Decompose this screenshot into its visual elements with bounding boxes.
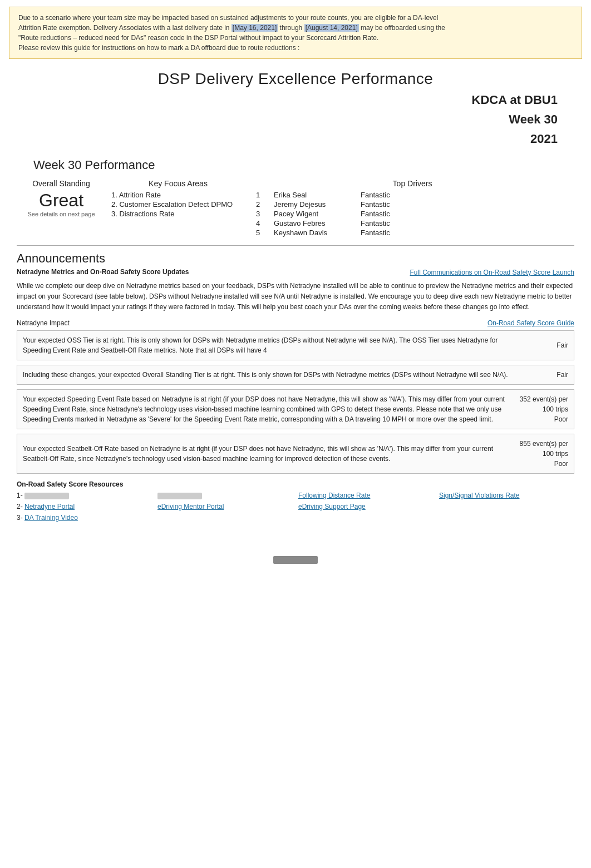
overall-standing-detail: See details on next page xyxy=(22,211,100,217)
netradyne-box-left: Your expected OSS Tier is at right. This… xyxy=(23,335,524,355)
week-performance-section: Week 30 Performance Overall Standing Gre… xyxy=(17,158,574,240)
driver-row: 2Jeremy DejesusFantastic xyxy=(256,200,569,209)
announcements-section: Announcements Netradyne Metrics and On-R… xyxy=(0,251,591,313)
driver-status: Fantastic xyxy=(361,219,390,227)
banner-text2: Attrition Rate exemption. Delivery Assoc… xyxy=(18,24,230,32)
resource-placeholder xyxy=(24,493,69,499)
banner-text1: Due to a scenario where your team size m… xyxy=(18,14,438,22)
driver-rank: 1 xyxy=(256,191,265,199)
full-communications-link[interactable]: Full Communications on On-Road Safety Sc… xyxy=(410,269,574,276)
resource-link[interactable]: Following Distance Rate xyxy=(298,492,370,499)
banner-text5: "Route reductions – reduced need for DAs… xyxy=(18,34,378,42)
driver-status: Fantastic xyxy=(361,229,390,237)
resource-item[interactable]: eDriving Support Page xyxy=(298,502,434,512)
subtitle-line1: KDCA at DBU1 xyxy=(472,93,558,107)
driver-name: Keyshawn Davis xyxy=(274,229,352,237)
top-drivers-label: Top Drivers xyxy=(256,179,569,188)
driver-row: 5Keyshawn DavisFantastic xyxy=(256,228,569,237)
banner-text6: Please review this guide for instruction… xyxy=(18,44,299,52)
netradyne-box-left: Including these changes, your expected O… xyxy=(23,370,524,380)
key-focus-col: Key Focus Areas 1. Attrition Rate2. Cust… xyxy=(106,177,250,221)
driver-status: Fantastic xyxy=(361,191,390,199)
netradyne-section: Netradyne Impact On-Road Safety Score Gu… xyxy=(17,319,574,474)
footer-area xyxy=(0,556,591,588)
week-performance-title: Week 30 Performance xyxy=(33,158,558,172)
announce-right: Full Communications on On-Road Safety Sc… xyxy=(307,268,574,276)
driver-rank: 5 xyxy=(256,229,265,237)
netradyne-info-box: Your expected Seatbelt-Off Rate based on… xyxy=(17,434,574,474)
netradyne-box-right: Fair xyxy=(524,370,568,380)
resource-item[interactable]: Sign/Signal Violations Rate xyxy=(439,490,574,500)
resource-item[interactable]: 3- DA Training Video xyxy=(17,513,152,523)
banner-text4: may be offboarded using the xyxy=(361,24,445,32)
subtitle-line3: 2021 xyxy=(530,132,558,146)
announce-body: While we complete our deep dive on Netra… xyxy=(17,281,574,313)
resource-item xyxy=(439,502,574,512)
driver-rank: 3 xyxy=(256,210,265,218)
resources-title: On-Road Safety Score Resources xyxy=(17,480,574,488)
top-drivers-list: 1Erika SealFantastic2Jeremy DejesusFanta… xyxy=(256,190,569,237)
driver-row: 1Erika SealFantastic xyxy=(256,190,569,200)
overall-standing-label: Overall Standing xyxy=(22,179,100,188)
netradyne-box-right: Fair xyxy=(524,340,568,350)
resource-number: 2- xyxy=(17,503,24,510)
performance-row: Overall Standing Great See details on ne… xyxy=(17,177,574,240)
netradyne-info-box: Your expected Speeding Event Rate based … xyxy=(17,389,574,429)
resource-link[interactable]: eDriving Mentor Portal xyxy=(157,503,224,510)
netradyne-left-label: Netradyne Impact xyxy=(17,319,70,327)
driver-name: Erika Seal xyxy=(274,191,352,199)
driver-row: 4Gustavo FebresFantastic xyxy=(256,219,569,228)
resources-grid: 1- Following Distance RateSign/Signal Vi… xyxy=(17,490,574,523)
divider1 xyxy=(17,245,574,246)
key-focus-label: Key Focus Areas xyxy=(111,179,245,188)
netradyne-info-box: Your expected OSS Tier is at right. This… xyxy=(17,330,574,360)
resource-number: 3- xyxy=(17,514,24,522)
resource-item xyxy=(439,513,574,523)
resource-item[interactable]: Following Distance Rate xyxy=(298,490,434,500)
resource-item xyxy=(298,513,434,523)
resource-link[interactable]: Sign/Signal Violations Rate xyxy=(439,492,520,499)
overall-standing-value: Great xyxy=(22,190,100,211)
netradyne-box-right: 855 event(s) per 100 trips Poor xyxy=(520,439,568,469)
key-focus-item: 1. Attrition Rate xyxy=(111,190,245,200)
resource-item[interactable]: 2- Netradyne Portal xyxy=(17,502,152,512)
overall-standing-col: Overall Standing Great See details on ne… xyxy=(17,177,106,220)
banner-date1: [May 16, 2021] xyxy=(232,24,278,32)
key-focus-item: 3. Distractions Rate xyxy=(111,209,245,219)
netradyne-info-box: Including these changes, your expected O… xyxy=(17,365,574,385)
main-title: DSP Delivery Excellence Performance xyxy=(0,70,591,88)
resource-number: 1- xyxy=(17,492,24,499)
driver-rank: 2 xyxy=(256,200,265,209)
key-focus-items: 1. Attrition Rate2. Customer Escalation … xyxy=(111,190,245,219)
driver-row: 3Pacey WigentFantastic xyxy=(256,209,569,219)
netradyne-box-right: 352 event(s) per 100 trips Poor xyxy=(520,394,568,424)
banner-date2: [August 14, 2021] xyxy=(304,24,359,32)
resource-item: 1- xyxy=(17,490,152,500)
announce-left-label: Netradyne Metrics and On-Road Safety Sco… xyxy=(17,268,284,276)
netradyne-box-left: Your expected Speeding Event Rate based … xyxy=(23,394,520,424)
netradyne-header: Netradyne Impact On-Road Safety Score Gu… xyxy=(17,319,574,327)
resource-item xyxy=(157,490,293,500)
footer-placeholder xyxy=(273,556,318,564)
driver-name: Pacey Wigent xyxy=(274,210,352,218)
resource-link[interactable]: Netradyne Portal xyxy=(24,503,75,510)
subtitle-block: KDCA at DBU1 Week 30 2021 xyxy=(0,90,591,149)
announcements-title: Announcements xyxy=(17,251,574,266)
netradyne-boxes: Your expected OSS Tier is at right. This… xyxy=(17,330,574,474)
key-focus-item: 2. Customer Escalation Defect DPMO xyxy=(111,200,245,209)
resource-link[interactable]: eDriving Support Page xyxy=(298,503,366,510)
banner-text3: through xyxy=(280,24,303,32)
driver-name: Jeremy Dejesus xyxy=(274,200,352,209)
driver-name: Gustavo Febres xyxy=(274,219,352,227)
banner: Due to a scenario where your team size m… xyxy=(9,7,582,59)
on-road-safety-link[interactable]: On-Road Safety Score Guide xyxy=(487,319,574,327)
resources-section: On-Road Safety Score Resources 1- Follow… xyxy=(17,480,574,523)
resource-item[interactable]: eDriving Mentor Portal xyxy=(157,502,293,512)
resource-link[interactable]: DA Training Video xyxy=(24,514,78,522)
announce-row: Netradyne Metrics and On-Road Safety Sco… xyxy=(17,268,574,276)
resource-item xyxy=(157,513,293,523)
netradyne-box-left: Your expected Seatbelt-Off Rate based on… xyxy=(23,444,520,464)
driver-status: Fantastic xyxy=(361,200,390,209)
driver-rank: 4 xyxy=(256,219,265,227)
subtitle-line2: Week 30 xyxy=(509,112,558,126)
